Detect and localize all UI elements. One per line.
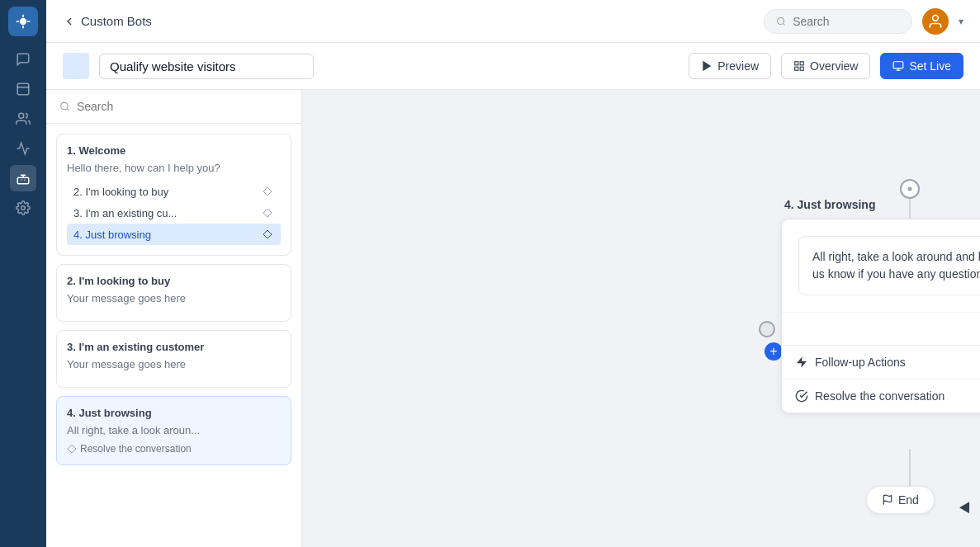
card-1-title: 1. Welcome (67, 144, 281, 157)
card-4-message: All right, take a look aroun... (67, 424, 281, 436)
connector-line-bottom (909, 449, 911, 487)
search-icon (776, 16, 786, 27)
card-2-title: 2. I'm looking to buy (67, 275, 281, 287)
node-card: All right, take a look around and let us… (781, 219, 980, 413)
nav-icon-reports[interactable] (10, 135, 36, 162)
diamond-icon-1 (261, 185, 274, 198)
node-message-bubble: All right, take a look around and let us… (798, 236, 980, 295)
svg-marker-21 (68, 445, 76, 453)
svg-point-4 (21, 206, 26, 210)
card-4-resolve: Resolve the conversation (67, 443, 281, 455)
nav-icon-inbox[interactable] (10, 76, 36, 102)
app-title: Custom Bots (81, 14, 152, 28)
bot-icon (63, 53, 89, 79)
svg-marker-20 (263, 230, 272, 238)
end-label: End (898, 493, 919, 507)
chevron-down-icon[interactable]: ▾ (959, 16, 963, 27)
svg-rect-10 (800, 62, 803, 65)
live-icon (892, 60, 904, 72)
svg-marker-18 (263, 187, 272, 196)
canvas-area: + 4. Just browsing ··· All right, take a… (302, 90, 980, 547)
node-actions: Follow-up Actions Resolve the conversati… (782, 345, 980, 413)
svg-rect-12 (800, 67, 803, 70)
action-followup-label: Follow-up Actions (815, 356, 906, 369)
cursor-indicator (959, 502, 974, 516)
node-action-followup[interactable]: Follow-up Actions (782, 346, 980, 380)
sidebar-search-input[interactable] (77, 100, 288, 113)
sidebar-card-buy[interactable]: 2. I'm looking to buy Your message goes … (56, 264, 291, 322)
card-4-title: 4. Just browsing (67, 407, 281, 419)
add-path-button[interactable]: + (765, 342, 783, 361)
svg-marker-8 (703, 62, 710, 71)
card-1-message: Hello there, how can I help you? (67, 162, 281, 174)
back-button[interactable]: Custom Bots (63, 14, 152, 28)
bot-name-input[interactable] (99, 54, 314, 79)
left-connector (759, 321, 775, 337)
svg-marker-23 (797, 356, 807, 367)
sidebar: 1. Welcome Hello there, how can I help y… (46, 90, 302, 547)
svg-point-0 (20, 18, 26, 25)
svg-rect-3 (17, 177, 29, 184)
node-action-resolve[interactable]: Resolve the conversation (782, 380, 980, 413)
lightning-icon (795, 356, 808, 369)
play-icon (701, 60, 713, 72)
set-live-button[interactable]: Set Live (880, 53, 963, 79)
preview-button[interactable]: Preview (689, 53, 771, 79)
action-resolve-label: Resolve the conversation (815, 389, 944, 403)
sub-header: Preview Overview Set Live (46, 43, 980, 90)
svg-marker-19 (263, 209, 272, 217)
card-3-title: 3. I'm an existing customer (67, 341, 281, 353)
svg-point-22 (908, 187, 912, 191)
overview-button[interactable]: Overview (781, 53, 870, 79)
diamond-icon-2 (261, 206, 274, 219)
nav-icon-chat[interactable] (10, 46, 36, 73)
card-1-option-1[interactable]: 2. I'm looking to buy (67, 181, 281, 202)
node-empty-row (782, 312, 980, 345)
nav-icon-bots[interactable] (10, 165, 36, 191)
search-input[interactable] (793, 15, 900, 28)
svg-point-2 (19, 113, 24, 118)
svg-rect-13 (894, 62, 904, 68)
svg-rect-11 (795, 67, 798, 70)
sidebar-card-existing[interactable]: 3. I'm an existing customer Your message… (56, 330, 291, 388)
node-title: 4. Just browsing (784, 198, 875, 211)
node-message-area: All right, take a look around and let us… (782, 219, 980, 312)
svg-point-16 (61, 102, 69, 110)
main-content: Custom Bots ▾ Preview Overview Set Live (46, 0, 980, 547)
canvas-node-browsing: 4. Just browsing ··· All right, take a l… (781, 197, 980, 413)
diamond-icon-3 (261, 228, 274, 241)
svg-line-6 (783, 23, 784, 25)
sidebar-card-browsing[interactable]: 4. Just browsing All right, take a look … (56, 396, 291, 465)
nav-icon-contacts[interactable] (10, 106, 36, 132)
card-4-sub-label: Resolve the conversation (80, 443, 192, 455)
card-1-option-2[interactable]: 3. I'm an existing cu... (67, 202, 281, 224)
check-circle-icon (795, 389, 808, 403)
svg-rect-9 (795, 62, 798, 65)
svg-point-5 (778, 17, 784, 24)
svg-line-17 (67, 109, 69, 111)
sidebar-search-icon (59, 101, 70, 112)
body-area: 1. Welcome Hello there, how can I help y… (46, 90, 980, 547)
nav-icon-settings[interactable] (10, 195, 36, 221)
avatar (922, 8, 949, 35)
svg-rect-1 (17, 83, 29, 95)
sidebar-list: 1. Welcome Hello there, how can I help y… (46, 124, 301, 547)
overview-icon (793, 60, 805, 72)
sidebar-card-welcome[interactable]: 1. Welcome Hello there, how can I help y… (56, 134, 291, 256)
node-header: 4. Just browsing ··· (781, 197, 980, 212)
flag-icon (882, 494, 893, 506)
app-logo[interactable] (8, 7, 38, 36)
left-nav (0, 0, 46, 547)
card-1-option-3[interactable]: 4. Just browsing (67, 224, 281, 245)
sidebar-search[interactable] (46, 90, 301, 124)
connector-circle (900, 179, 920, 199)
svg-point-7 (933, 15, 939, 21)
card-2-message: Your message goes here (67, 292, 281, 304)
end-node[interactable]: End (866, 486, 935, 514)
card-3-message: Your message goes here (67, 358, 281, 370)
search-box[interactable] (764, 9, 912, 34)
resolve-icon (67, 444, 77, 454)
top-header: Custom Bots ▾ (46, 0, 980, 43)
